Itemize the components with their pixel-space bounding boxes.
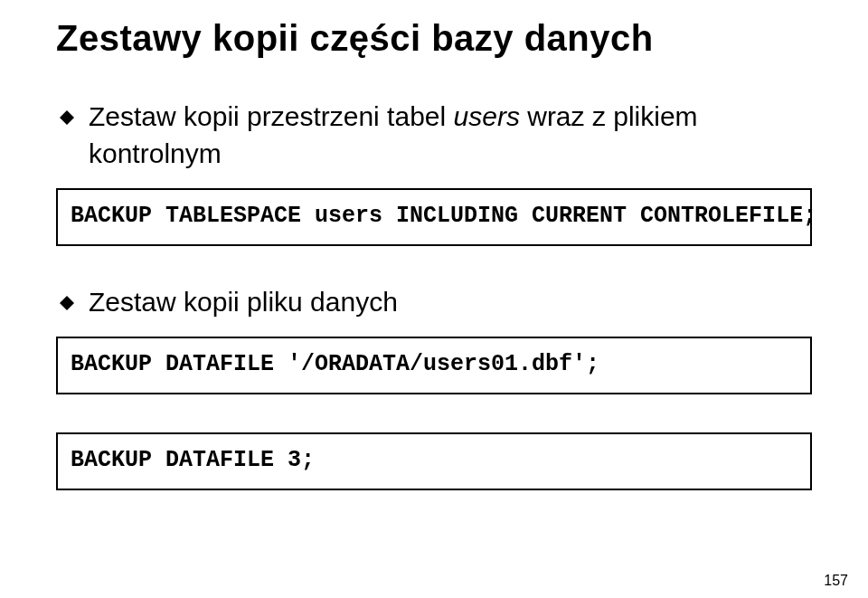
diamond-bullet-icon (60, 290, 78, 317)
page-number: 157 (824, 573, 848, 589)
code-block: BACKUP DATAFILE '/ORADATA/users01.dbf'; (56, 337, 812, 394)
page-title: Zestawy kopii części bazy danych (56, 18, 812, 59)
bullet-text: Zestaw kopii przestrzeni tabel users wra… (89, 99, 812, 172)
code-block: BACKUP DATAFILE 3; (56, 432, 812, 490)
code-line: BACKUP DATAFILE '/ORADATA/users01.dbf'; (71, 349, 797, 380)
bullet-item: Zestaw kopii przestrzeni tabel users wra… (60, 99, 812, 172)
slide-page: Zestawy kopii części bazy danych Zestaw … (0, 0, 868, 598)
bullet-text-italic: users (454, 101, 520, 131)
bullet-text-prefix: Zestaw kopii przestrzeni tabel (89, 101, 454, 131)
svg-marker-0 (60, 110, 74, 125)
bullet-text: Zestaw kopii pliku danych (89, 284, 398, 321)
code-line: BACKUP TABLESPACE users INCLUDING CURREN… (71, 201, 797, 232)
bullet-item: Zestaw kopii pliku danych (60, 284, 812, 321)
bullet-text-prefix: Zestaw kopii pliku danych (89, 287, 398, 317)
code-line: BACKUP DATAFILE 3; (71, 445, 797, 476)
diamond-bullet-icon (60, 104, 78, 131)
code-block: BACKUP TABLESPACE users INCLUDING CURREN… (56, 188, 812, 246)
svg-marker-1 (60, 296, 74, 310)
